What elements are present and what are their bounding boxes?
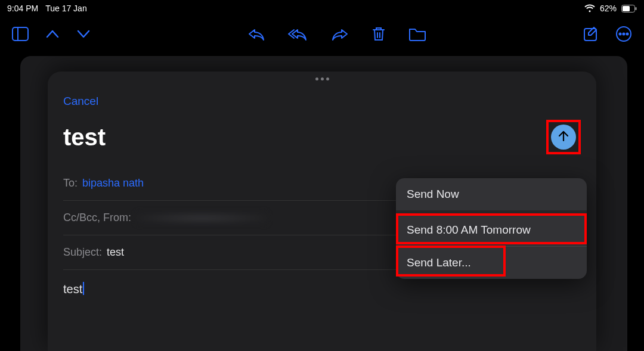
more-options-button[interactable] bbox=[615, 26, 632, 42]
reply-all-button[interactable] bbox=[288, 27, 308, 41]
send-now-option[interactable]: Send Now bbox=[396, 178, 587, 210]
status-bar: 9:04 PM Tue 17 Jan 62% bbox=[0, 0, 644, 17]
compose-title: test bbox=[63, 124, 106, 151]
cancel-button[interactable]: Cancel bbox=[63, 95, 98, 107]
subject-value: test bbox=[107, 246, 124, 259]
battery-icon bbox=[621, 5, 637, 13]
subject-label: Subject: bbox=[63, 246, 102, 259]
text-caret bbox=[83, 282, 84, 295]
prev-message-button[interactable] bbox=[45, 29, 60, 39]
send-tomorrow-option[interactable]: Send 8:00 AM Tomorrow bbox=[396, 214, 587, 246]
next-message-button[interactable] bbox=[76, 29, 91, 39]
ccbcc-label: Cc/Bcc, From: bbox=[63, 212, 131, 224]
svg-point-7 bbox=[620, 33, 621, 35]
to-recipient[interactable]: bipasha nath bbox=[82, 177, 144, 190]
sidebar-toggle-button[interactable] bbox=[12, 27, 29, 41]
compose-button[interactable] bbox=[583, 26, 599, 42]
move-folder-button[interactable] bbox=[408, 27, 426, 41]
send-options-menu: Send Now Send 8:00 AM Tomorrow Send Late… bbox=[396, 178, 587, 279]
from-address-redacted bbox=[136, 212, 267, 224]
status-battery-pct: 62% bbox=[600, 4, 617, 13]
sheet-grabber[interactable] bbox=[63, 72, 581, 92]
svg-point-9 bbox=[627, 33, 628, 35]
wifi-icon bbox=[584, 4, 595, 13]
status-time: 9:04 PM bbox=[7, 4, 38, 13]
to-label: To: bbox=[63, 177, 78, 190]
send-later-option[interactable]: Send Later... bbox=[396, 247, 587, 279]
highlight-send-button bbox=[546, 120, 581, 154]
svg-rect-1 bbox=[623, 6, 630, 11]
status-date: Tue 17 Jan bbox=[45, 4, 87, 13]
delete-button[interactable] bbox=[371, 26, 386, 42]
forward-button[interactable] bbox=[331, 27, 349, 41]
body-text: test bbox=[63, 282, 82, 296]
mail-toolbar bbox=[0, 17, 644, 51]
reply-button[interactable] bbox=[247, 27, 265, 41]
svg-point-8 bbox=[623, 33, 625, 35]
send-button[interactable] bbox=[551, 125, 576, 150]
svg-rect-3 bbox=[13, 27, 28, 41]
svg-rect-2 bbox=[636, 7, 637, 10]
arrow-up-icon bbox=[557, 129, 570, 145]
